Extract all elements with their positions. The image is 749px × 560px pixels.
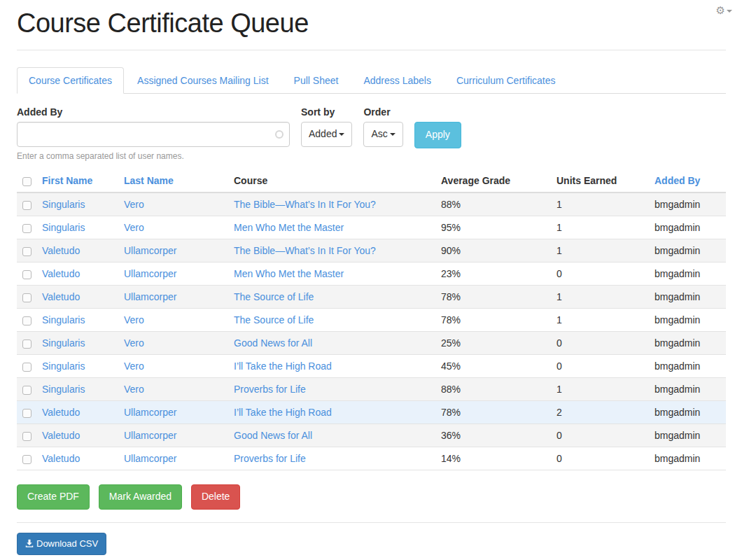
last-name-link[interactable]: Ullamcorper bbox=[124, 268, 176, 279]
row-checkbox[interactable] bbox=[22, 316, 31, 326]
tab-pull-sheet[interactable]: Pull Sheet bbox=[282, 67, 351, 94]
last-name-link[interactable]: Ullamcorper bbox=[124, 430, 176, 441]
first-name-link[interactable]: Singularis bbox=[42, 337, 85, 349]
first-name-link[interactable]: Valetudo bbox=[42, 453, 80, 464]
added-by-cell: bmgadmin bbox=[649, 401, 726, 424]
last-name-link[interactable]: Ullamcorper bbox=[124, 407, 176, 418]
last-name-link-cell: Ullamcorper bbox=[118, 286, 228, 309]
course-link[interactable]: Good News for All bbox=[234, 430, 312, 441]
row-checkbox[interactable] bbox=[22, 224, 31, 233]
download-csv-button[interactable]: Download CSV bbox=[17, 533, 106, 555]
first-name-link-cell: Valetudo bbox=[36, 424, 118, 447]
last-name-link[interactable]: Ullamcorper bbox=[124, 245, 176, 256]
tab-assigned-courses-mailing-list[interactable]: Assigned Courses Mailing List bbox=[125, 67, 281, 94]
units-earned-cell: 0 bbox=[551, 355, 649, 378]
first-name-link[interactable]: Valetudo bbox=[42, 430, 80, 441]
first-name-link[interactable]: Valetudo bbox=[42, 291, 80, 302]
delete-button[interactable]: Delete bbox=[191, 484, 240, 510]
last-name-link-cell: Ullamcorper bbox=[118, 239, 228, 262]
average-grade-cell: 95% bbox=[435, 216, 551, 239]
added-by-cell: bmgadmin bbox=[649, 378, 726, 401]
course-link-cell: The Source of Life bbox=[228, 309, 435, 332]
row-checkbox[interactable] bbox=[22, 455, 31, 464]
last-name-link[interactable]: Vero bbox=[124, 360, 144, 372]
last-name-link-cell: Ullamcorper bbox=[118, 262, 228, 286]
row-checkbox[interactable] bbox=[22, 270, 31, 279]
last-name-link[interactable]: Vero bbox=[124, 384, 144, 395]
page-title: Course Certificate Queue bbox=[17, 8, 726, 38]
first-name-link[interactable]: Valetudo bbox=[42, 407, 80, 418]
row-checkbox[interactable] bbox=[22, 363, 31, 372]
last-name-link[interactable]: Ullamcorper bbox=[124, 291, 176, 302]
table-row: ValetudoUllamcorperThe Source of Life78%… bbox=[17, 286, 726, 309]
row-checkbox[interactable] bbox=[22, 201, 31, 210]
sort-by-dropdown[interactable]: Added bbox=[301, 122, 352, 147]
row-checkbox[interactable] bbox=[22, 293, 31, 302]
first-name-link-cell: Valetudo bbox=[36, 239, 118, 262]
row-checkbox[interactable] bbox=[22, 386, 31, 395]
column-header-first_name[interactable]: First Name bbox=[36, 169, 118, 192]
course-link-cell: Good News for All bbox=[228, 332, 435, 355]
order-dropdown[interactable]: Asc bbox=[363, 122, 402, 147]
course-link-cell: The Source of Life bbox=[228, 286, 435, 309]
mark-awarded-button[interactable]: Mark Awarded bbox=[99, 484, 182, 510]
course-link[interactable]: Proverbs for Life bbox=[234, 384, 306, 395]
course-link[interactable]: The Bible—What’s In It For You? bbox=[234, 245, 376, 256]
added-by-cell: bmgadmin bbox=[649, 332, 726, 355]
last-name-link[interactable]: Vero bbox=[124, 199, 144, 210]
course-link-cell: Men Who Met the Master bbox=[228, 216, 435, 239]
create-pdf-button[interactable]: Create PDF bbox=[17, 484, 90, 510]
sort-by-label: Sort by bbox=[301, 106, 352, 118]
course-link[interactable]: Men Who Met the Master bbox=[234, 222, 344, 233]
added-by-cell: bmgadmin bbox=[649, 286, 726, 309]
course-link[interactable]: The Source of Life bbox=[234, 291, 314, 302]
added-by-label: Added By bbox=[17, 106, 290, 118]
select-all-checkbox[interactable] bbox=[22, 177, 31, 186]
first-name-link[interactable]: Singularis bbox=[42, 314, 85, 326]
average-grade-cell: 88% bbox=[435, 192, 551, 216]
tab-curriculum-certificates[interactable]: Curriculum Certificates bbox=[444, 67, 568, 94]
row-checkbox[interactable] bbox=[22, 247, 31, 256]
first-name-link[interactable]: Singularis bbox=[42, 199, 85, 210]
course-link[interactable]: The Source of Life bbox=[234, 314, 314, 326]
tab-bar: Course CertificatesAssigned Courses Mail… bbox=[17, 67, 726, 94]
last-name-link[interactable]: Vero bbox=[124, 314, 144, 326]
column-header-average_grade: Average Grade bbox=[435, 169, 551, 192]
average-grade-cell: 78% bbox=[435, 286, 551, 309]
column-header-last_name[interactable]: Last Name bbox=[118, 169, 228, 192]
first-name-link[interactable]: Valetudo bbox=[42, 268, 80, 279]
last-name-link[interactable]: Vero bbox=[124, 337, 144, 349]
course-link[interactable]: Proverbs for Life bbox=[234, 453, 306, 464]
apply-button[interactable]: Apply bbox=[414, 122, 461, 148]
course-link[interactable]: I’ll Take the High Road bbox=[234, 407, 332, 418]
row-checkbox[interactable] bbox=[22, 409, 31, 418]
row-checkbox-cell bbox=[17, 216, 36, 239]
units-earned-cell: 1 bbox=[551, 378, 649, 401]
course-link[interactable]: The Bible—What’s In It For You? bbox=[234, 199, 376, 210]
column-header-course: Course bbox=[228, 169, 435, 192]
added-by-input[interactable] bbox=[17, 122, 290, 147]
first-name-link[interactable]: Singularis bbox=[42, 384, 85, 395]
table-row: ValetudoUllamcorperGood News for All36%0… bbox=[17, 424, 726, 447]
column-header-checkbox bbox=[17, 169, 36, 192]
first-name-link[interactable]: Valetudo bbox=[42, 245, 80, 256]
first-name-link[interactable]: Singularis bbox=[42, 222, 85, 233]
tab-course-certificates[interactable]: Course Certificates bbox=[17, 67, 124, 94]
units-earned-cell: 1 bbox=[551, 239, 649, 262]
last-name-link-cell: Vero bbox=[118, 192, 228, 216]
last-name-link[interactable]: Vero bbox=[124, 222, 144, 233]
caret-down-icon bbox=[339, 133, 344, 136]
course-link[interactable]: I’ll Take the High Road bbox=[234, 360, 332, 372]
table-row: SingularisVeroGood News for All25%0bmgad… bbox=[17, 332, 726, 355]
row-checkbox[interactable] bbox=[22, 340, 31, 349]
column-header-added_by[interactable]: Added By bbox=[649, 169, 726, 192]
first-name-link-cell: Singularis bbox=[36, 378, 118, 401]
order-filter: Order Asc bbox=[363, 106, 402, 147]
row-checkbox[interactable] bbox=[22, 432, 31, 441]
course-link[interactable]: Men Who Met the Master bbox=[234, 268, 344, 279]
last-name-link[interactable]: Ullamcorper bbox=[124, 453, 176, 464]
course-link[interactable]: Good News for All bbox=[234, 337, 312, 349]
tab-address-labels[interactable]: Address Labels bbox=[351, 67, 443, 94]
first-name-link-cell: Singularis bbox=[36, 309, 118, 332]
first-name-link[interactable]: Singularis bbox=[42, 360, 85, 372]
